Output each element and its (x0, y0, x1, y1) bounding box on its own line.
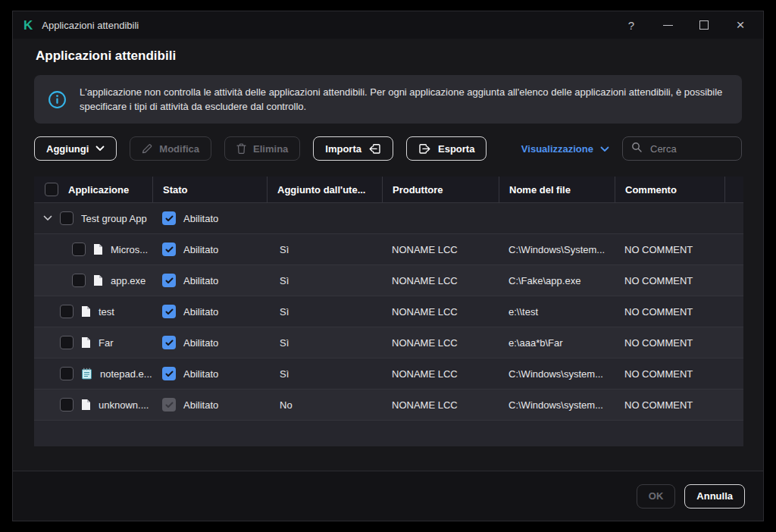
table-row[interactable]: Micros... Abilitato Sì NONAME LCC C:\Win… (34, 233, 743, 264)
file-cell: e:\\test (499, 306, 615, 318)
app-name: Test group App (81, 213, 147, 224)
select-all-checkbox[interactable] (45, 183, 58, 196)
status-checkbox[interactable] (162, 211, 176, 225)
view-dropdown[interactable]: Visualizzazione (521, 143, 609, 155)
vendor-cell: NONAME LCC (382, 399, 499, 411)
comment-cell: NO COMMENT (615, 368, 724, 380)
edit-button[interactable]: Modifica (130, 136, 211, 161)
minimize-icon (663, 25, 673, 26)
added-by-cell: Sì (267, 368, 382, 380)
kaspersky-logo-icon: K (23, 19, 32, 32)
titlebar: K Applicazioni attendibili ? × (13, 11, 763, 39)
info-banner: L'applicazione non controlla le attività… (34, 75, 742, 124)
file-icon (81, 305, 91, 318)
app-window: K Applicazioni attendibili ? × Applicazi… (12, 11, 764, 521)
file-cell: C:\Fake\app.exe (499, 275, 615, 286)
add-button[interactable]: Aggiungi (34, 136, 117, 161)
table-empty-area (34, 420, 743, 446)
search-input[interactable] (649, 142, 733, 155)
status-checkbox[interactable] (162, 367, 176, 380)
row-checkbox[interactable] (60, 398, 74, 412)
close-button[interactable]: × (722, 11, 759, 39)
added-by-cell: Sì (267, 275, 382, 286)
file-cell: C:\Windows\System... (499, 244, 615, 255)
help-button[interactable]: ? (613, 11, 649, 39)
export-icon (418, 143, 431, 155)
minimize-button[interactable] (649, 11, 686, 39)
export-button[interactable]: Esporta (406, 136, 487, 161)
status-checkbox[interactable] (162, 274, 176, 287)
header-vendor[interactable]: Produttore (382, 177, 499, 202)
comment-cell: NO COMMENT (615, 244, 724, 255)
table-row[interactable]: Test group App Abilitato (34, 202, 743, 233)
chevron-down-icon (600, 143, 609, 155)
status-label: Abilitato (183, 368, 218, 380)
header-spacer (724, 177, 743, 202)
header-application[interactable]: Applicazione (34, 177, 152, 202)
info-text: L'applicazione non controlla le attività… (80, 85, 728, 114)
table-row[interactable]: notepad.e... Abilitato Sì NONAME LCC C:\… (34, 358, 743, 389)
notepad-icon (81, 368, 92, 380)
added-by-cell: Sì (267, 337, 382, 349)
row-checkbox[interactable] (60, 305, 74, 318)
page-title: Applicazioni attendibili (36, 49, 763, 64)
table-row[interactable]: Far Abilitato Sì NONAME LCC e:\aaa*b\Far… (34, 327, 743, 358)
dialog-footer: OK Annulla (13, 471, 763, 521)
table-row[interactable]: test Abilitato Sì NONAME LCC e:\\test NO… (34, 296, 743, 327)
import-button[interactable]: Importa (313, 136, 393, 161)
header-comment[interactable]: Commento (615, 177, 724, 202)
status-checkbox-disabled[interactable] (162, 398, 176, 412)
file-cell: C:\Windows\system... (499, 368, 615, 380)
row-checkbox[interactable] (72, 274, 86, 287)
vendor-cell: NONAME LCC (382, 275, 499, 286)
status-checkbox[interactable] (162, 336, 176, 349)
info-icon (48, 90, 67, 109)
row-checkbox[interactable] (72, 243, 86, 256)
app-name: notepad.e... (100, 368, 152, 380)
header-added-by[interactable]: Aggiunto dall'ute... (267, 177, 382, 202)
delete-button[interactable]: Elimina (224, 136, 300, 161)
app-name: Micros... (111, 244, 148, 255)
added-by-cell: No (267, 399, 382, 411)
cancel-button[interactable]: Annulla (684, 484, 745, 509)
file-cell: C:\Windows\system... (499, 399, 615, 411)
vendor-cell: NONAME LCC (382, 306, 499, 318)
status-label: Abilitato (183, 306, 218, 318)
header-file-name[interactable]: Nome del file (499, 177, 615, 202)
comment-cell: NO COMMENT (615, 337, 724, 349)
import-icon (368, 143, 381, 155)
header-status[interactable]: Stato (152, 177, 267, 202)
search-box (622, 136, 742, 161)
comment-cell: NO COMMENT (615, 275, 724, 286)
search-icon (631, 142, 642, 155)
status-label: Abilitato (183, 244, 218, 255)
status-label: Abilitato (183, 213, 218, 224)
collapse-group-icon[interactable] (43, 215, 52, 221)
row-checkbox[interactable] (60, 336, 74, 349)
titlebar-title: Applicazioni attendibili (42, 20, 139, 31)
vendor-cell: NONAME LCC (382, 244, 499, 255)
maximize-button[interactable] (686, 11, 722, 39)
trash-icon (236, 143, 246, 154)
toolbar: Aggiungi Modifica Elimina Importa Esport… (34, 136, 742, 161)
row-checkbox[interactable] (60, 367, 74, 380)
file-icon (93, 274, 103, 286)
file-cell: e:\aaa*b\Far (499, 337, 615, 349)
comment-cell: NO COMMENT (615, 306, 724, 318)
status-label: Abilitato (183, 399, 218, 411)
maximize-icon (699, 20, 709, 30)
chevron-down-icon (95, 146, 105, 152)
file-icon (93, 243, 103, 255)
vendor-cell: NONAME LCC (382, 368, 499, 380)
vendor-cell: NONAME LCC (382, 337, 499, 349)
table-row[interactable]: app.exe Abilitato Sì NONAME LCC C:\Fake\… (34, 264, 743, 296)
row-checkbox[interactable] (60, 211, 74, 225)
app-name: app.exe (111, 275, 146, 286)
table-row[interactable]: unknown.... Abilitato No NONAME LCC C:\W… (34, 389, 743, 420)
pencil-icon (142, 143, 152, 154)
status-checkbox[interactable] (162, 243, 176, 256)
file-icon (81, 399, 91, 411)
ok-button[interactable]: OK (637, 484, 676, 509)
status-checkbox[interactable] (162, 305, 176, 318)
added-by-cell: Sì (267, 244, 382, 255)
